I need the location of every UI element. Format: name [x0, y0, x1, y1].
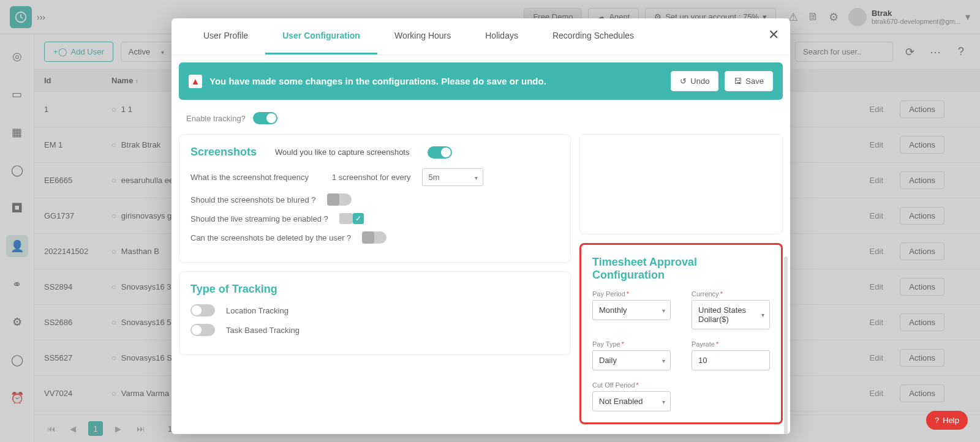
save-button[interactable]: 🖫Save — [725, 71, 773, 91]
tab-user-configuration[interactable]: User Configuration — [265, 18, 377, 54]
tab-working-hours[interactable]: Working Hours — [377, 18, 468, 54]
screenshots-card: Screenshots Would you like to capture sc… — [179, 134, 571, 263]
screenshots-title: Screenshots — [190, 146, 257, 159]
tracking-type-title: Type of Tracking — [190, 283, 559, 296]
livestream-toggle-off[interactable] — [339, 213, 353, 224]
delete-question: Can the screenshots be deleted by the us… — [190, 233, 351, 242]
cutoff-label: Cut Off Period* — [592, 381, 671, 389]
help-button[interactable]: ? Help — [926, 411, 968, 430]
currency-select[interactable]: United States Dollar($)▾ — [692, 300, 770, 329]
user-config-modal: ✕ User Profile User Configuration Workin… — [172, 18, 790, 434]
blur-toggle[interactable] — [327, 193, 352, 206]
livestream-checkbox[interactable]: ✓ — [353, 213, 364, 224]
capture-screenshots-toggle[interactable] — [428, 146, 452, 159]
location-tracking-toggle[interactable] — [190, 304, 215, 317]
payrate-label: Payrate* — [692, 340, 770, 348]
tracking-type-card: Type of Tracking Location Tracking Task … — [179, 271, 571, 355]
help-icon: ? — [935, 416, 939, 425]
timesheet-approval-card: Timesheet Approval Configuration Pay Per… — [579, 243, 783, 424]
enable-tracking-toggle[interactable] — [253, 112, 277, 124]
pay-period-select[interactable]: Monthly▾ — [592, 300, 671, 320]
tab-holidays[interactable]: Holidays — [468, 18, 535, 54]
timesheet-title: Timesheet Approval Configuration — [592, 256, 770, 282]
task-tracking-label: Task Based Tracking — [226, 326, 300, 335]
location-tracking-label: Location Tracking — [226, 306, 288, 315]
alert-text: You have made some changes in the config… — [209, 76, 546, 86]
frequency-select[interactable]: 5m▾ — [422, 168, 483, 186]
cutoff-select[interactable]: Not Enabled▾ — [592, 391, 671, 411]
tab-user-profile[interactable]: User Profile — [186, 18, 265, 54]
pay-type-select[interactable]: Daily▾ — [592, 350, 671, 370]
save-icon: 🖫 — [734, 77, 742, 86]
unsaved-changes-alert: ▲ You have made some changes in the conf… — [179, 62, 783, 100]
capture-question: Would you like to capture screenshots — [275, 148, 409, 157]
undo-icon: ↺ — [680, 77, 687, 86]
warning-icon: ▲ — [189, 75, 202, 88]
payrate-input[interactable]: 10 — [692, 350, 770, 370]
undo-button[interactable]: ↺Undo — [671, 71, 718, 91]
pay-period-label: Pay Period* — [592, 290, 671, 298]
frequency-prefix: 1 screenshot for every — [332, 173, 411, 182]
livestream-question: Should the live streaming be enabled ? — [190, 214, 328, 223]
close-icon[interactable]: ✕ — [768, 27, 779, 43]
frequency-question: What is the screenshot frequency — [190, 173, 309, 182]
upper-right-card — [579, 134, 783, 234]
blur-question: Should the screenshots be blured ? — [190, 195, 316, 204]
task-tracking-toggle[interactable] — [190, 324, 215, 336]
pay-type-label: Pay Type* — [592, 340, 671, 348]
tab-recording-schedules[interactable]: Recording Schedules — [535, 18, 651, 54]
enable-tracking-label: Enable tracking? — [186, 114, 246, 123]
currency-label: Currency* — [692, 290, 770, 298]
modal-scrollbar[interactable] — [784, 257, 788, 434]
delete-toggle[interactable] — [362, 231, 386, 244]
